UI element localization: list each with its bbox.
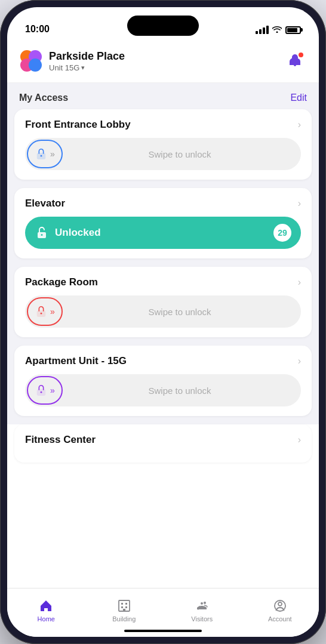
apartment-unit-card: Apartment Unit - 15G › » Swipe to <box>14 346 312 416</box>
unlocked-text: Unlocked <box>55 227 101 239</box>
status-time: 10:00 <box>25 24 50 35</box>
elevator-unlocked-button[interactable]: Unlocked 29 <box>25 217 301 249</box>
building-icon <box>117 599 131 613</box>
unlocked-left: Unlocked <box>35 226 101 240</box>
svg-rect-16 <box>125 606 127 608</box>
chevron-right-icon[interactable]: › <box>298 356 301 366</box>
header-left: Parkside Place Unit 15G ▾ <box>19 49 125 73</box>
svg-rect-13 <box>121 603 123 605</box>
main-scroll[interactable]: My Access Edit Front Entrance Lobby › <box>7 83 319 588</box>
dynamic-island <box>127 16 199 36</box>
card-header: Front Entrance Lobby › <box>25 119 301 131</box>
nav-home-label: Home <box>38 615 55 623</box>
home-icon <box>39 599 53 613</box>
svg-rect-15 <box>121 606 123 608</box>
edit-button[interactable]: Edit <box>290 93 307 103</box>
phone-frame: 10:00 <box>0 0 326 644</box>
svg-rect-17 <box>123 609 125 611</box>
unlocked-timer-badge: 29 <box>273 224 291 242</box>
visitors-icon <box>195 599 209 613</box>
section-header: My Access Edit <box>7 83 319 109</box>
nav-visitors-label: Visitors <box>191 615 213 623</box>
unlock-icon <box>35 226 49 240</box>
card-header: Package Room › <box>25 276 301 288</box>
package-room-swipe-button[interactable]: » Swipe to unlock <box>25 295 301 328</box>
svg-point-3 <box>29 58 42 72</box>
swipe-text: Swipe to unlock <box>64 149 301 159</box>
nav-home[interactable]: Home <box>7 588 85 627</box>
chevron-down-icon: ▾ <box>81 64 85 72</box>
card-title: Apartment Unit - 15G <box>25 355 127 367</box>
card-title: Package Room <box>25 276 98 288</box>
nav-visitors[interactable]: Visitors <box>163 588 241 627</box>
chevron-right-icon[interactable]: › <box>298 435 301 445</box>
card-title: Fitness Center <box>25 434 96 446</box>
svg-point-5 <box>41 155 42 157</box>
access-list: Front Entrance Lobby › » Swipe to <box>7 109 319 424</box>
svg-point-9 <box>41 313 42 315</box>
chevron-double-icon: » <box>50 149 55 159</box>
nav-account-label: Account <box>268 615 292 623</box>
card-header: Apartment Unit - 15G › <box>25 355 301 367</box>
elevator-card: Elevator › Unlocked 29 <box>14 188 312 258</box>
lock-icon <box>35 305 48 318</box>
bottom-nav-wrapper: Home Building <box>7 588 319 637</box>
card-header: Fitness Center › <box>25 434 301 446</box>
chevron-right-icon[interactable]: › <box>298 198 301 209</box>
home-indicator <box>124 630 202 632</box>
svg-point-20 <box>278 602 282 606</box>
front-entrance-swipe-button[interactable]: » Swipe to unlock <box>25 138 301 170</box>
svg-point-7 <box>41 234 43 236</box>
app-name: Parkside Place <box>49 50 125 63</box>
lock-icon <box>35 384 48 397</box>
apartment-swipe-button[interactable]: » Swipe to unlock <box>25 374 301 406</box>
swipe-handle: » <box>27 376 63 405</box>
front-entrance-card: Front Entrance Lobby › » Swipe to <box>14 109 312 180</box>
app-header: Parkside Place Unit 15G ▾ <box>7 39 319 83</box>
notification-bell-button[interactable] <box>283 49 307 73</box>
svg-point-18 <box>204 602 206 604</box>
svg-point-11 <box>41 392 42 393</box>
unit-selector[interactable]: Unit 15G ▾ <box>49 63 125 72</box>
header-text: Parkside Place Unit 15G ▾ <box>49 50 125 72</box>
chevron-double-icon: » <box>50 307 55 316</box>
swipe-text: Swipe to unlock <box>64 307 301 317</box>
battery-icon <box>285 26 301 34</box>
nav-account[interactable]: Account <box>241 588 319 627</box>
swipe-handle: » <box>27 297 63 326</box>
nav-building[interactable]: Building <box>85 588 164 627</box>
lock-icon <box>35 147 48 161</box>
svg-rect-14 <box>125 603 127 605</box>
app-logo <box>19 49 43 73</box>
chevron-right-icon[interactable]: › <box>298 119 301 130</box>
chevron-right-icon[interactable]: › <box>298 277 301 288</box>
signal-icon <box>256 26 269 34</box>
card-title: Elevator <box>25 198 65 209</box>
nav-building-label: Building <box>112 615 136 623</box>
account-icon <box>273 599 287 613</box>
unit-label: Unit 15G <box>49 63 79 72</box>
section-title: My Access <box>19 93 68 103</box>
package-room-card: Package Room › » Swipe to unlock <box>14 267 312 337</box>
fitness-center-card: Fitness Center › <box>14 424 312 463</box>
notification-badge <box>297 51 305 58</box>
status-icons <box>256 25 301 35</box>
swipe-handle: » <box>27 140 63 168</box>
chevron-double-icon: » <box>50 386 55 395</box>
card-header: Elevator › <box>25 198 301 209</box>
phone-screen: 10:00 <box>7 7 319 637</box>
swipe-text: Swipe to unlock <box>64 386 301 396</box>
wifi-icon <box>272 25 282 35</box>
card-title: Front Entrance Lobby <box>25 119 131 131</box>
